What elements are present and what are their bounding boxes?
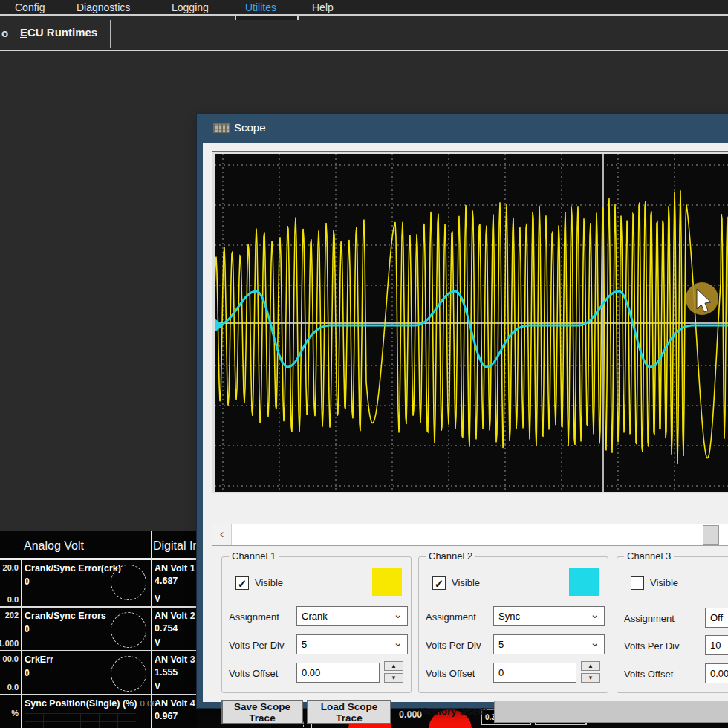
spinner-up-button[interactable]: ▲ (581, 661, 600, 671)
scope-window-body: ‹ Channel 1 ✓ Visible Assignment Crank ⌄… (203, 143, 728, 702)
gauge-value: 0 (25, 624, 30, 634)
table-row: 00.0 0.0 CrkErr 0 AN Volt 3 1.555 V (0, 653, 201, 695)
spinner-down-button[interactable]: ▼ (581, 673, 600, 683)
gauge-name: AN Volt 1 (155, 563, 195, 573)
gauge-value: 1.555 (155, 667, 178, 677)
dropdown-value: Sync (498, 611, 520, 622)
menu-logging[interactable]: Logging (172, 1, 209, 13)
visible-label: Visible (452, 577, 480, 588)
chevron-down-icon: ⌄ (590, 636, 599, 649)
volts-per-div-label: Volts Per Div (426, 640, 481, 651)
menu-bar: Config Diagnostics Logging Utilites Help (0, 0, 728, 16)
assignment-dropdown[interactable]: Off (705, 608, 728, 628)
spinner-down-button[interactable]: ▼ (384, 673, 403, 683)
visible-checkbox[interactable]: ✓ (235, 576, 249, 590)
visible-label: Visible (255, 577, 283, 588)
scroll-left-button[interactable]: ‹ (212, 524, 232, 545)
volts-per-div-dropdown[interactable]: 5 ⌄ (493, 634, 605, 654)
dial-gauge-icon (111, 656, 146, 692)
assignment-label: Assignment (426, 611, 476, 623)
gauge-name: AN Volt 4 (155, 698, 195, 709)
visible-checkbox[interactable]: ✓ (432, 576, 446, 590)
gauge-name: AN Volt 3 (155, 654, 195, 665)
menu-utilites[interactable]: Utilites (245, 1, 276, 13)
save-scope-trace-button[interactable]: Save Scope Trace (221, 700, 303, 724)
dropdown-value: 5 (302, 639, 307, 650)
scale-min: 0.0 (7, 595, 19, 604)
gauge-value: 4.687 (155, 576, 178, 586)
scale-max: 202 (5, 611, 19, 620)
scale-max: 20.0 (3, 563, 19, 572)
table-row: 20.0 0.0 Crank/Sync Error(crk) 0 AN Volt… (0, 562, 201, 608)
assignment-dropdown[interactable]: Sync ⌄ (493, 606, 605, 626)
assignment-label: Assignment (624, 613, 675, 624)
volts-per-div-dropdown[interactable]: 10 (705, 635, 728, 655)
volts-offset-input[interactable]: 0.00 (296, 663, 380, 683)
menu-diagnostics[interactable]: Diagnostics (77, 1, 130, 13)
gauge-value: 0 (25, 576, 30, 587)
channel-1-group: Channel 1 ✓ Visible Assignment Crank ⌄ V… (221, 556, 412, 693)
dropdown-value: Off (710, 612, 723, 623)
memory-used-progressbar (494, 701, 728, 723)
scope-screen[interactable] (215, 154, 728, 492)
gauge-name: Sync Position(Single) (%) (25, 698, 137, 709)
header-analog-volt: Analog Volt (24, 539, 84, 553)
scope-horizontal-scrollbar[interactable]: ‹ (212, 524, 728, 546)
gauge-name: CrkErr (25, 654, 53, 665)
runtime-gauge-table: Analog Volt Digital In 20.0 0.0 Crank/Sy… (0, 531, 201, 728)
channel-3-group: Channel 3 Visible Assignment Off Volts P… (617, 556, 728, 693)
gauge-cell[interactable]: Crank/Sync Errors 0 (22, 609, 151, 650)
visible-checkbox[interactable] (631, 576, 644, 590)
chevron-down-icon: ⌄ (590, 608, 599, 621)
scale-max: % (11, 709, 19, 718)
menu-help[interactable]: Help (312, 1, 334, 13)
dropdown-value: 10 (710, 640, 721, 651)
channel-2-group: Channel 2 ✓ Visible Assignment Sync ⌄ Vo… (418, 556, 608, 693)
gauge-cell[interactable]: CrkErr 0 (22, 653, 151, 694)
gauge-name: AN Volt 2 (155, 611, 195, 621)
input-value: 0.00 (710, 668, 728, 679)
assignment-label: Assignment (229, 611, 279, 623)
input-value: 0.00 (302, 667, 320, 678)
toolbar-row: o ECU Runtimes (0, 17, 728, 51)
menu-config[interactable]: Config (15, 1, 45, 13)
gauge-unit: V (155, 681, 160, 692)
ecu-runtimes-button[interactable]: ECU Runtimes (20, 26, 97, 39)
gauge-value: 0 (25, 668, 30, 678)
chevron-down-icon: ⌄ (393, 608, 403, 621)
channel-color-swatch[interactable] (569, 568, 599, 596)
scrollbar-thumb[interactable] (703, 525, 719, 545)
gauge-name: Crank/Sync Errors (25, 611, 106, 621)
toolbar-partial-item[interactable]: o (1, 27, 8, 39)
spinner-up-button[interactable]: ▲ (384, 661, 403, 671)
volts-offset-input[interactable]: 0.00 (705, 663, 728, 683)
assignment-dropdown[interactable]: Crank ⌄ (296, 606, 408, 626)
dropdown-value: Crank (302, 611, 328, 622)
table-row: % Sync Position(Single) (%)0.06 AN Volt … (0, 697, 201, 728)
scale-min: 1.000 (0, 639, 19, 648)
volts-offset-input[interactable]: 0 (493, 663, 576, 683)
gauge-unit: V (155, 594, 160, 604)
volts-offset-label: Volts Offset (229, 668, 278, 679)
chevron-down-icon: ⌄ (393, 636, 403, 649)
volts-per-div-dropdown[interactable]: 5 ⌄ (296, 634, 408, 654)
gauge-scale: 20.0 0.0 (0, 562, 20, 606)
scope-titlebar[interactable]: Scope (197, 114, 728, 143)
scope-plot[interactable] (215, 154, 728, 492)
group-label: Channel 2 (426, 550, 475, 562)
gauge-value: 0.967 (155, 711, 178, 721)
dial-gauge-icon (111, 612, 146, 648)
gauge-cell[interactable]: Crank/Sync Error(crk) 0 (22, 562, 151, 606)
gauge-scale: 202 1.000 (0, 609, 20, 650)
scope-window: Scope ‹ Channel 1 ✓ Visible Assignme (197, 114, 728, 708)
channel-color-swatch[interactable] (372, 568, 402, 596)
gauge-name: Crank/Sync Error(crk) (25, 563, 121, 573)
load-scope-trace-button[interactable]: Load Scope Trace (307, 700, 391, 724)
check-icon: ✓ (435, 577, 444, 590)
gauge-scale: 00.0 0.0 (0, 653, 20, 694)
volts-offset-label: Volts Offset (624, 669, 673, 680)
gauge-table-header: Analog Volt Digital In (0, 533, 201, 560)
gauge-value: 0.754 (155, 623, 178, 634)
gauge-cell[interactable]: Sync Position(Single) (%)0.06 (22, 697, 151, 728)
header-digital-in: Digital In (153, 539, 199, 553)
